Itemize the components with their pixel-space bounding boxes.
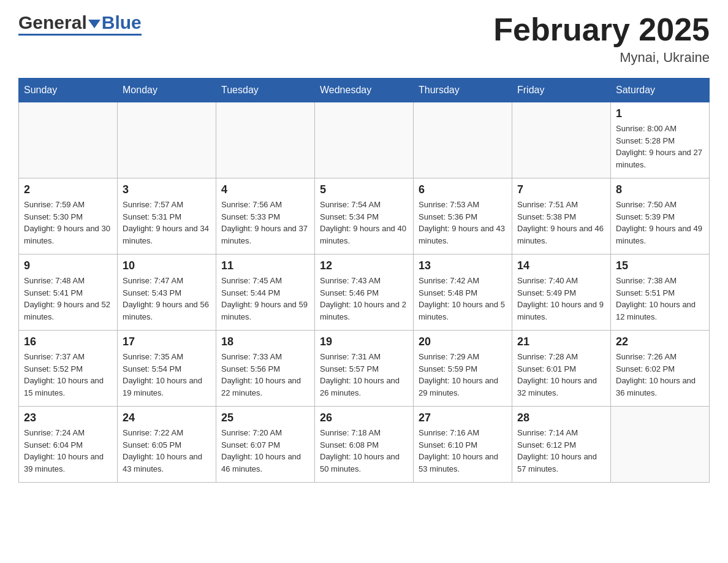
month-title: February 2025	[493, 12, 710, 47]
location: Mynai, Ukraine	[493, 50, 710, 66]
calendar-cell	[414, 102, 512, 178]
day-number: 19	[320, 335, 408, 348]
day-info: Sunrise: 7:22 AM Sunset: 6:05 PM Dayligh…	[123, 427, 211, 475]
calendar-header-sunday: Sunday	[19, 79, 118, 102]
day-number: 22	[616, 335, 704, 348]
day-number: 12	[320, 259, 408, 272]
day-number: 8	[616, 183, 704, 196]
day-info: Sunrise: 7:20 AM Sunset: 6:07 PM Dayligh…	[221, 427, 309, 475]
day-info: Sunrise: 7:45 AM Sunset: 5:44 PM Dayligh…	[221, 275, 309, 323]
calendar-cell: 14Sunrise: 7:40 AM Sunset: 5:49 PM Dayli…	[512, 255, 611, 331]
day-info: Sunrise: 7:33 AM Sunset: 5:56 PM Dayligh…	[221, 351, 309, 399]
calendar-week-1: 1Sunrise: 8:00 AM Sunset: 5:28 PM Daylig…	[19, 102, 710, 178]
calendar-table: SundayMondayTuesdayWednesdayThursdayFrid…	[18, 78, 710, 483]
logo-brand: General Blue	[18, 12, 142, 33]
calendar-cell: 20Sunrise: 7:29 AM Sunset: 5:59 PM Dayli…	[414, 331, 512, 407]
day-number: 2	[24, 183, 112, 196]
day-info: Sunrise: 7:54 AM Sunset: 5:34 PM Dayligh…	[320, 199, 408, 247]
calendar-cell: 12Sunrise: 7:43 AM Sunset: 5:46 PM Dayli…	[315, 255, 414, 331]
day-info: Sunrise: 7:37 AM Sunset: 5:52 PM Dayligh…	[24, 351, 112, 399]
calendar-cell: 17Sunrise: 7:35 AM Sunset: 5:54 PM Dayli…	[118, 331, 216, 407]
day-number: 21	[517, 335, 605, 348]
day-number: 5	[320, 183, 408, 196]
day-info: Sunrise: 7:43 AM Sunset: 5:46 PM Dayligh…	[320, 275, 408, 323]
day-info: Sunrise: 7:31 AM Sunset: 5:57 PM Dayligh…	[320, 351, 408, 399]
day-number: 13	[419, 259, 507, 272]
calendar-header-tuesday: Tuesday	[216, 79, 315, 102]
day-info: Sunrise: 7:18 AM Sunset: 6:08 PM Dayligh…	[320, 427, 408, 475]
day-number: 28	[517, 412, 605, 424]
day-info: Sunrise: 7:29 AM Sunset: 5:59 PM Dayligh…	[419, 351, 507, 399]
calendar-cell: 3Sunrise: 7:57 AM Sunset: 5:31 PM Daylig…	[118, 178, 216, 255]
calendar-cell: 16Sunrise: 7:37 AM Sunset: 5:52 PM Dayli…	[19, 331, 118, 407]
calendar-cell: 13Sunrise: 7:42 AM Sunset: 5:48 PM Dayli…	[414, 255, 512, 331]
calendar-cell: 25Sunrise: 7:20 AM Sunset: 6:07 PM Dayli…	[216, 407, 315, 483]
calendar-cell: 9Sunrise: 7:48 AM Sunset: 5:41 PM Daylig…	[19, 255, 118, 331]
day-number: 1	[616, 107, 704, 120]
calendar-header-saturday: Saturday	[611, 79, 710, 102]
calendar-week-3: 9Sunrise: 7:48 AM Sunset: 5:41 PM Daylig…	[19, 255, 710, 331]
calendar-cell	[611, 407, 710, 483]
day-info: Sunrise: 7:47 AM Sunset: 5:43 PM Dayligh…	[123, 275, 211, 323]
calendar-cell: 18Sunrise: 7:33 AM Sunset: 5:56 PM Dayli…	[216, 331, 315, 407]
page-header: General Blue February 2025 Mynai, Ukrain…	[18, 12, 710, 66]
logo-arrow-icon	[88, 20, 100, 28]
calendar-cell: 19Sunrise: 7:31 AM Sunset: 5:57 PM Dayli…	[315, 331, 414, 407]
calendar-cell: 23Sunrise: 7:24 AM Sunset: 6:04 PM Dayli…	[19, 407, 118, 483]
day-info: Sunrise: 7:50 AM Sunset: 5:39 PM Dayligh…	[616, 199, 704, 247]
day-info: Sunrise: 8:00 AM Sunset: 5:28 PM Dayligh…	[616, 123, 704, 170]
day-info: Sunrise: 7:53 AM Sunset: 5:36 PM Dayligh…	[419, 199, 507, 247]
calendar-cell: 10Sunrise: 7:47 AM Sunset: 5:43 PM Dayli…	[118, 255, 216, 331]
day-number: 3	[123, 183, 211, 196]
day-number: 20	[419, 335, 507, 348]
calendar-cell: 15Sunrise: 7:38 AM Sunset: 5:51 PM Dayli…	[611, 255, 710, 331]
calendar-header-thursday: Thursday	[414, 79, 512, 102]
calendar-cell	[19, 102, 118, 178]
calendar-week-4: 16Sunrise: 7:37 AM Sunset: 5:52 PM Dayli…	[19, 331, 710, 407]
day-number: 23	[24, 412, 112, 424]
day-number: 25	[221, 412, 309, 424]
logo-general-text: General	[18, 12, 87, 33]
day-number: 10	[123, 259, 211, 272]
day-info: Sunrise: 7:51 AM Sunset: 5:38 PM Dayligh…	[517, 199, 605, 247]
calendar-cell: 8Sunrise: 7:50 AM Sunset: 5:39 PM Daylig…	[611, 178, 710, 255]
calendar-cell: 7Sunrise: 7:51 AM Sunset: 5:38 PM Daylig…	[512, 178, 611, 255]
logo-underline	[18, 34, 142, 36]
day-number: 18	[221, 335, 309, 348]
calendar-week-2: 2Sunrise: 7:59 AM Sunset: 5:30 PM Daylig…	[19, 178, 710, 255]
calendar-cell: 5Sunrise: 7:54 AM Sunset: 5:34 PM Daylig…	[315, 178, 414, 255]
calendar-cell: 6Sunrise: 7:53 AM Sunset: 5:36 PM Daylig…	[414, 178, 512, 255]
day-info: Sunrise: 7:48 AM Sunset: 5:41 PM Dayligh…	[24, 275, 112, 323]
day-info: Sunrise: 7:40 AM Sunset: 5:49 PM Dayligh…	[517, 275, 605, 323]
day-info: Sunrise: 7:16 AM Sunset: 6:10 PM Dayligh…	[419, 427, 507, 475]
day-info: Sunrise: 7:42 AM Sunset: 5:48 PM Dayligh…	[419, 275, 507, 323]
day-number: 24	[123, 412, 211, 424]
calendar-cell	[216, 102, 315, 178]
calendar-cell	[512, 102, 611, 178]
day-info: Sunrise: 7:59 AM Sunset: 5:30 PM Dayligh…	[24, 199, 112, 247]
day-info: Sunrise: 7:38 AM Sunset: 5:51 PM Dayligh…	[616, 275, 704, 323]
calendar-cell: 24Sunrise: 7:22 AM Sunset: 6:05 PM Dayli…	[118, 407, 216, 483]
day-number: 4	[221, 183, 309, 196]
calendar-header-friday: Friday	[512, 79, 611, 102]
day-number: 7	[517, 183, 605, 196]
day-info: Sunrise: 7:14 AM Sunset: 6:12 PM Dayligh…	[517, 427, 605, 475]
day-number: 6	[419, 183, 507, 196]
day-number: 26	[320, 412, 408, 424]
calendar-cell	[118, 102, 216, 178]
day-number: 27	[419, 412, 507, 424]
calendar-week-5: 23Sunrise: 7:24 AM Sunset: 6:04 PM Dayli…	[19, 407, 710, 483]
calendar-cell: 21Sunrise: 7:28 AM Sunset: 6:01 PM Dayli…	[512, 331, 611, 407]
day-number: 15	[616, 259, 704, 272]
calendar-header-monday: Monday	[118, 79, 216, 102]
logo: General Blue	[18, 12, 142, 36]
calendar-cell: 11Sunrise: 7:45 AM Sunset: 5:44 PM Dayli…	[216, 255, 315, 331]
calendar-cell: 28Sunrise: 7:14 AM Sunset: 6:12 PM Dayli…	[512, 407, 611, 483]
day-number: 11	[221, 259, 309, 272]
day-number: 14	[517, 259, 605, 272]
day-info: Sunrise: 7:28 AM Sunset: 6:01 PM Dayligh…	[517, 351, 605, 399]
title-area: February 2025 Mynai, Ukraine	[493, 12, 710, 66]
day-info: Sunrise: 7:57 AM Sunset: 5:31 PM Dayligh…	[123, 199, 211, 247]
calendar-cell: 2Sunrise: 7:59 AM Sunset: 5:30 PM Daylig…	[19, 178, 118, 255]
day-number: 17	[123, 335, 211, 348]
